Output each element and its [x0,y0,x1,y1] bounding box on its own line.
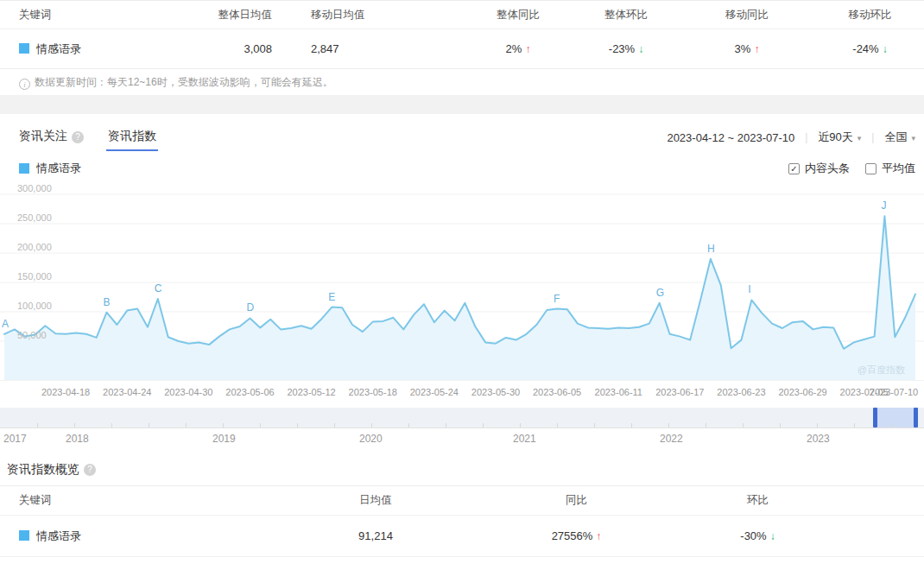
x-axis-label: 2023-04-18 [41,387,90,397]
x-axis-labels: 2023-04-182023-04-242023-04-302023-05-06… [0,380,924,402]
keyword-row: 情感语录 3,008 2,847 2% -23% 3% -24% [0,29,924,69]
baidu-index-page: 关键词 整体日均值 移动日均值 整体同比 整体环比 移动同比 移动环比 情感语录… [0,0,924,557]
x-axis-label: 2023-05-24 [410,387,459,397]
col-keyword: 关键词 [0,1,207,29]
x-axis-label: 2023-04-30 [164,387,212,397]
keyword-label: 情感语录 [36,42,81,55]
down-arrow-icon [770,530,775,542]
x-axis-label: 2023-05-18 [349,387,397,397]
chart-tabs-row: 资讯关注? 资讯指数 2023-04-12 ~ 2023-07-10 | 近90… [0,114,924,154]
y-axis-label: 300,000 [17,183,52,193]
peak-annotation-H: H [707,243,715,255]
peak-annotation-E: E [328,291,335,303]
peak-annotation-J: J [881,200,886,212]
x-axis-label: 2023-05-06 [225,387,274,397]
x-axis-label: 2023-06-11 [595,387,642,397]
up-arrow-icon [754,43,759,55]
table-header-row: 关键词 整体日均值 移动日均值 整体同比 整体环比 移动同比 移动环比 [0,1,924,29]
series-color-swatch [19,530,29,541]
y-axis-label: 100,000 [17,301,52,311]
slider-tick [297,423,298,428]
col-daily-avg: 日均值 [242,486,509,516]
col-overall-yoy: 整体同比 [462,1,574,29]
trend-line-svg [0,183,924,380]
area-fill [4,216,915,380]
slider-tick [706,423,706,428]
down-arrow-icon [638,43,643,55]
divider: | [805,131,807,143]
x-axis-label: 2023-07-10 [870,387,918,397]
slider-selection[interactable] [875,408,916,428]
overall-daily-avg-value: 3,008 [207,29,272,69]
mobile-mom-value: -24% [816,29,924,69]
slider-tick [260,423,261,428]
slider-tick [557,423,558,428]
col-mobile-mom: 移动环比 [816,1,924,29]
daily-avg-value: 91,214 [242,516,509,557]
col-mom: 环比 [643,486,872,516]
mobile-daily-avg-value: 2,847 [272,29,462,69]
slider-tick [111,423,112,428]
slider-tick [743,423,744,428]
x-axis-label: 2023-06-29 [778,387,826,397]
divider: | [871,131,874,143]
content-headlines-checkbox[interactable]: ✓内容头条 [788,161,850,176]
slider-right-handle[interactable] [914,408,918,428]
tab-news-index[interactable]: 资讯指数 [96,122,168,153]
series-color-swatch [19,43,29,54]
overview-title: 资讯指数概览 [7,462,79,478]
slider-tick [668,423,669,428]
x-axis-label: 2023-06-17 [655,387,704,397]
slider-tick [334,423,335,428]
region-select[interactable]: 全国▾ [884,130,915,145]
col-keyword: 关键词 [0,486,242,516]
year-label-2019: 2019 [212,433,236,445]
chevron-down-icon: ▾ [858,134,862,142]
slider-tick [74,423,75,428]
col-overall-mom: 整体环比 [574,1,678,29]
down-arrow-icon [883,43,888,55]
slider-tick [594,423,595,428]
help-icon[interactable]: ? [84,464,96,476]
slider-tick [483,423,484,428]
slider-tick [780,423,781,428]
keyword-stats-table: 关键词 整体日均值 移动日均值 整体同比 整体环比 移动同比 移动环比 情感语录… [0,0,924,69]
slider-tick [520,423,521,428]
slider-tick [371,423,372,428]
peak-annotation-A: A [2,318,9,330]
y-axis-label: 200,000 [17,242,52,252]
keyword-label: 情感语录 [36,529,81,542]
peak-annotation-F: F [554,293,560,305]
legend-keyword[interactable]: 情感语录 [36,161,81,176]
series-color-swatch [19,163,29,174]
info-icon: i [19,79,30,90]
y-axis-label: 250,000 [17,212,52,223]
overview-heading: 资讯指数概览? [0,459,924,480]
year-label-2022: 2022 [660,433,683,445]
tab-news-attention[interactable]: 资讯关注? [7,122,96,153]
x-axis-label: 2023-06-23 [717,387,765,397]
x-axis-label: 2023-05-30 [471,387,520,397]
slider-tick [854,423,855,428]
up-arrow-icon [525,43,530,55]
up-arrow-icon [596,530,601,542]
year-label-2018: 2018 [66,433,89,445]
index-trend-chart[interactable]: @百度指数 300,000250,000200,000150,000100,00… [0,183,924,380]
chevron-down-icon: ▾ [911,134,915,142]
slider-tick [631,423,632,428]
checkbox-checked-icon: ✓ [788,163,800,174]
watermark: @百度指数 [858,364,905,377]
slider-left-handle[interactable] [873,408,877,428]
period-select[interactable]: 近90天▾ [818,130,861,145]
y-axis-label: 150,000 [17,271,52,282]
peak-annotation-I: I [748,283,750,295]
timeline-slider[interactable] [0,408,924,428]
mobile-yoy-value: 3% [678,29,816,69]
year-label-2023: 2023 [807,433,830,445]
help-icon[interactable]: ? [72,131,84,143]
slider-tick [891,423,892,428]
slider-tick [817,423,818,428]
average-checkbox[interactable]: 平均值 [865,161,915,176]
checkbox-unchecked-icon [865,163,877,174]
peak-annotation-C: C [155,282,162,294]
